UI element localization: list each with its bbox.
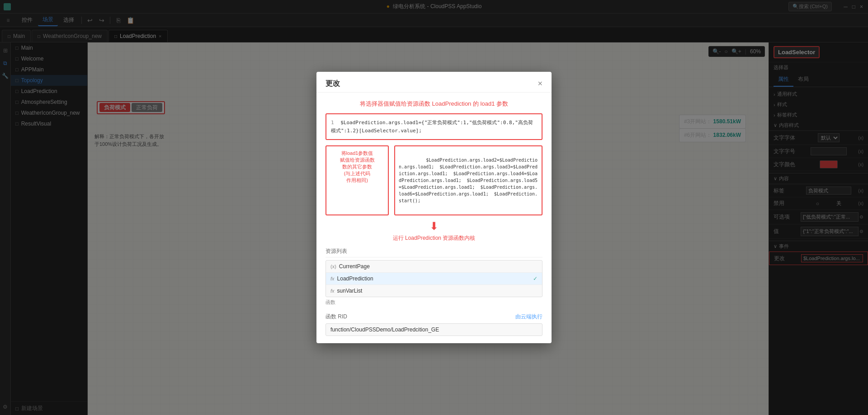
func-rid-label: 函数 RID (326, 313, 347, 321)
annotation-box: 将load1参数值 赋值给资源函数 数的其它参数 (与上述代码 作用相同) $L… (326, 145, 542, 215)
func-label: 函数 (326, 297, 542, 308)
annotation-left-content: 将load1参数值 赋值给资源函数 数的其它参数 (与上述代码 作用相同) (340, 150, 375, 183)
modal-title: 更改 (326, 79, 340, 89)
resource-loadprediction-label: LoadPrediction (337, 275, 373, 282)
arrow-down-icon: ⬇ (326, 220, 542, 233)
resource-list-header: 资源列表 (326, 247, 542, 257)
arrow-label: 运行 LoadPrediction 资源函数内核 (326, 234, 542, 242)
resource-sunvarlist-label: sunVarList (337, 288, 363, 294)
annotation-right-content: $LoadPrediction.args.load2=$LoadPredicti… (399, 158, 538, 203)
modal-overlay[interactable]: 更改 × 将选择器值赋值给资源函数 LoadPrediction 的 load1… (0, 0, 868, 415)
func-rid-header: 函数 RID 由云端执行 (326, 313, 542, 321)
modal-close-button[interactable]: × (538, 79, 542, 89)
resource-sunvarlist-icon: fx (330, 288, 335, 294)
modal-header: 更改 × (316, 72, 552, 93)
func-rid-section: 函数 RID 由云端执行 (326, 313, 542, 336)
resource-list-label: 资源列表 (326, 248, 347, 254)
annotation-left-text: 将load1参数值 赋值给资源函数 数的其它参数 (与上述代码 作用相同) (326, 145, 389, 215)
func-rid-link[interactable]: 由云端执行 (515, 313, 542, 321)
modal-code-block-1: 1 $LoadPrediction.args.load1={"正常负荷模式":1… (326, 113, 542, 140)
resource-currentpage-label: CurrentPage (339, 263, 370, 270)
code-line-num-1: 1 (331, 120, 334, 126)
resource-item-currentpage[interactable]: (x) CurrentPage (326, 261, 542, 273)
annotation-right-code: $LoadPrediction.args.load2=$LoadPredicti… (394, 145, 542, 215)
resource-item-loadprediction[interactable]: fx LoadPrediction ✓ (326, 273, 542, 285)
modal-body: 将选择器值赋值给资源函数 LoadPrediction 的 load1 参数 1… (316, 93, 552, 343)
code-line-1-text: $LoadPrediction.args.load1={"正常负荷模式":1,"… (331, 120, 533, 134)
modal-dialog: 更改 × 将选择器值赋值给资源函数 LoadPrediction 的 load1… (316, 72, 552, 343)
resource-list: (x) CurrentPage fx LoadPrediction ✓ fx s… (326, 260, 542, 297)
resource-loadprediction-icon: fx (330, 276, 335, 281)
resource-section: 资源列表 (x) CurrentPage fx LoadPrediction ✓… (326, 247, 542, 308)
resource-currentpage-icon: (x) (330, 264, 336, 269)
resource-loadprediction-check: ✓ (533, 275, 538, 282)
modal-description: 将选择器值赋值给资源函数 LoadPrediction 的 load1 参数 (326, 100, 542, 108)
func-rid-input[interactable] (326, 323, 542, 336)
resource-item-sunvarlist[interactable]: fx sunVarList (326, 285, 542, 297)
